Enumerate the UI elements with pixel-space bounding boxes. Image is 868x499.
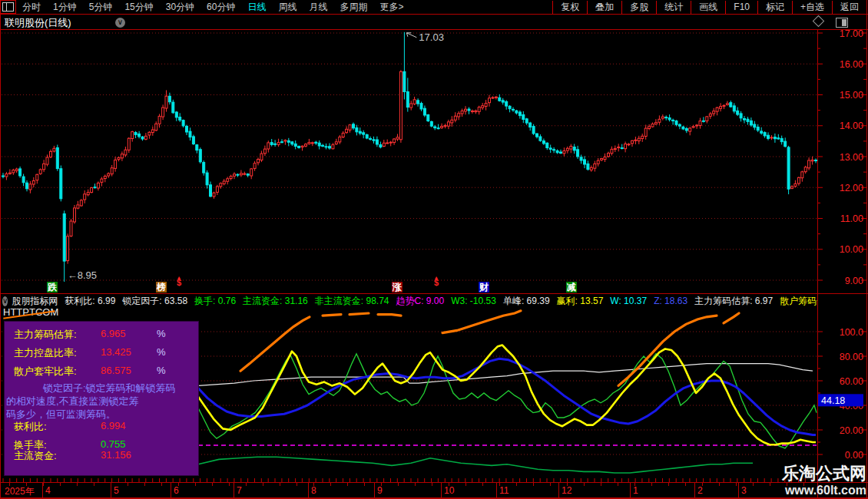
month-separator <box>234 483 234 498</box>
main-chart-plot[interactable]: 17.0016.0015.0014.0013.0012.0011.0010.00… <box>0 30 868 294</box>
low-annotation: ←8.95 <box>68 269 97 281</box>
toolbar-button-3[interactable]: 多股 <box>621 1 656 14</box>
info-box-value: 13.425 <box>101 346 131 358</box>
last-value-marker: 44.18 <box>818 394 863 406</box>
svg-text:10.00: 10.00 <box>840 244 863 255</box>
svg-text:16.00: 16.00 <box>840 59 863 70</box>
week-tick <box>144 483 145 486</box>
chevron-down-icon[interactable]: ∨ <box>115 18 125 28</box>
month-separator <box>558 483 559 498</box>
week-tick <box>719 483 720 486</box>
date-axis-label: 10 <box>444 485 454 496</box>
watermark-line1: 乐淘公式网 <box>782 464 866 484</box>
menu-item-9[interactable]: 月线 <box>303 0 333 14</box>
menu-item-8[interactable]: 周线 <box>272 0 303 14</box>
info-box-value: 6.965 <box>101 328 126 339</box>
toolbar-button-5[interactable]: 画线 <box>691 1 725 14</box>
week-tick <box>651 483 652 486</box>
week-tick <box>736 483 737 486</box>
month-separator <box>308 483 309 498</box>
week-tick <box>668 483 669 486</box>
week-tick <box>263 483 263 486</box>
tool-menu: 复权叠加多股统计画线F10标记+自选返回 <box>552 0 867 14</box>
week-tick <box>330 483 331 486</box>
toolbar-button-6[interactable]: F10 <box>725 1 757 14</box>
down-candles <box>2 32 817 282</box>
menu-item-10[interactable]: 多周期 <box>333 0 373 14</box>
toolbar-button-9[interactable]: 返回 <box>832 1 867 14</box>
date-axis-label: 11 <box>499 485 509 496</box>
info-box-value: 6.994 <box>101 420 126 431</box>
menu-item-7[interactable]: 日线 <box>241 0 272 14</box>
menu-item-2[interactable]: 1分钟 <box>47 0 83 14</box>
indicator-stat-3: 换手: 0.76 <box>194 295 236 307</box>
indicator-stat-9: 赢利: 13.57 <box>557 295 604 307</box>
menu-item-6[interactable]: 60分钟 <box>200 0 241 14</box>
line-orange-segment <box>350 313 369 315</box>
week-tick <box>432 483 432 486</box>
indicator-stat-2: 锁定因子: 63.58 <box>122 295 187 307</box>
week-tick <box>398 483 399 486</box>
indicator-stat-7: W3: -10.53 <box>451 296 496 306</box>
toolbar-button-7[interactable]: 标记 <box>757 1 792 14</box>
panes-icon[interactable] <box>836 18 848 28</box>
week-tick <box>685 483 686 486</box>
period-menu: 分时1分钟5分钟15分钟30分钟60分钟日线周线月线多周期更多> <box>16 0 409 14</box>
top-menu-bar: 分时1分钟5分钟15分钟30分钟60分钟日线周线月线多周期更多> 复权叠加多股统… <box>0 0 868 15</box>
chart-badge-榜: 榜 <box>156 282 167 292</box>
week-tick <box>212 483 213 486</box>
toolbar-button-1[interactable]: 复权 <box>552 1 587 14</box>
diamond-icon[interactable] <box>813 15 825 28</box>
week-tick <box>246 483 247 486</box>
week-tick <box>195 483 196 486</box>
info-box-label: 主力筹码估算: <box>14 328 77 342</box>
menu-item-4[interactable]: 15分钟 <box>118 0 159 14</box>
week-tick <box>415 483 416 486</box>
chart-badge-跌: 跌 <box>47 282 58 292</box>
menu-item-3[interactable]: 5分钟 <box>83 0 119 14</box>
info-box-value: 0.755 <box>101 438 126 450</box>
info-box-description: 锁定因子:锁定筹码和解锁筹码 的相对速度,不直接监测锁定筹 码多少，但可监测筹码… <box>6 382 198 421</box>
week-tick <box>550 483 551 486</box>
week-tick <box>364 483 365 486</box>
week-tick <box>533 483 534 486</box>
line-orange-segment <box>618 316 717 385</box>
menu-item-5[interactable]: 30分钟 <box>160 0 200 14</box>
info-box-unit: % <box>157 365 166 376</box>
menu-item-1[interactable]: 分时 <box>16 0 47 14</box>
svg-text:0.00: 0.00 <box>845 450 863 461</box>
toolbar-button-2[interactable]: 叠加 <box>587 1 621 14</box>
candlestick-chart: 17.0016.0015.0014.0013.0012.0011.0010.00… <box>0 30 868 294</box>
date-axis: 2025年456789101112123 <box>0 482 868 499</box>
site-watermark: 乐淘公式网 www.60lt.com <box>782 464 866 497</box>
indicator-tooltip-box: 主力筹码估算: 6.965 % 主力控盘比率: 13.425 % 散户套牢比率:… <box>4 321 199 476</box>
indicator-stat-12: 主力筹码估算: 6.97 <box>694 295 773 307</box>
line-orange-segment <box>724 313 739 323</box>
chart-badge-涨: 涨 <box>392 282 403 292</box>
menu-item-11[interactable]: 更多> <box>373 0 409 14</box>
svg-text:100.0: 100.0 <box>840 327 863 338</box>
high-annotation: 17.03 <box>406 31 444 43</box>
chevron-down-icon[interactable]: ∨ <box>2 296 8 306</box>
line-white <box>198 364 813 386</box>
indicator-stat-4: 主流资金: 31.16 <box>243 295 308 307</box>
toolbar-button-8[interactable]: +自选 <box>792 1 832 14</box>
frame-bottom-border <box>0 497 868 498</box>
month-separator <box>171 483 171 498</box>
week-tick <box>601 483 601 486</box>
svg-text:14.00: 14.00 <box>840 121 863 131</box>
week-tick <box>297 483 297 486</box>
week-tick <box>482 483 483 486</box>
toolbar-button-4[interactable]: 统计 <box>656 1 691 14</box>
week-tick <box>753 483 754 486</box>
week-tick <box>77 483 78 486</box>
month-separator <box>694 483 695 498</box>
indicator-brand: 股朋指标网 <box>12 295 58 307</box>
indicator-stat-1: 获利比: 6.99 <box>65 295 115 307</box>
svg-text:13.00: 13.00 <box>840 152 863 163</box>
window-split-icon[interactable] <box>0 0 16 14</box>
week-tick <box>618 483 618 486</box>
date-axis-label: 5 <box>114 485 119 496</box>
week-tick <box>111 483 111 486</box>
line-green-slow <box>198 457 753 473</box>
